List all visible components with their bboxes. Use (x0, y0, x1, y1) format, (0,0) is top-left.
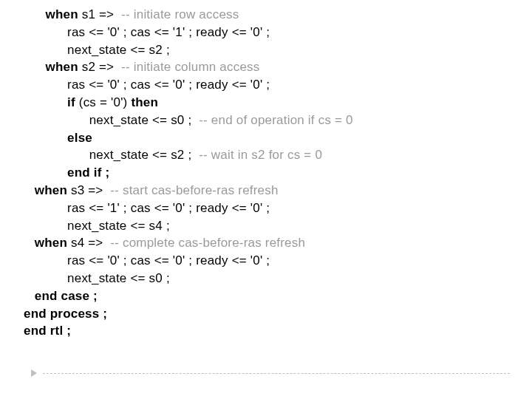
code-line: when s2 => -- initiate column access (24, 58, 532, 76)
code-text: next_state <= s4 ; (67, 219, 170, 233)
code-keyword: then (131, 95, 158, 109)
code-text: s1 => (82, 7, 117, 21)
code-line: end if ; (24, 164, 532, 182)
code-keyword: when (35, 236, 71, 250)
code-keyword: if (67, 95, 79, 109)
code-line: end rtl ; (24, 322, 532, 340)
code-comment: -- wait in s2 for cs = 0 (199, 148, 322, 162)
code-text: ras <= '0' ; cas <= '1' ; ready <= '0' ; (67, 25, 270, 39)
code-text: next_state <= s2 ; (67, 43, 170, 57)
code-line: ras <= '0' ; cas <= '0' ; ready <= '0' ; (24, 76, 532, 94)
code-text: ras <= '1' ; cas <= '0' ; ready <= '0' ; (67, 201, 270, 215)
code-keyword: when (35, 183, 71, 197)
code-comment: -- complete cas-before-ras refresh (106, 236, 305, 250)
code-line: when s3 => -- start cas-before-ras refre… (24, 182, 532, 200)
code-keyword: end process ; (24, 307, 107, 321)
code-line: next_state <= s2 ; (24, 41, 532, 59)
code-text: next_state <= s0 ; (67, 271, 170, 285)
code-comment: -- start cas-before-ras refresh (106, 183, 278, 197)
code-line: when s1 => -- initiate row access (24, 6, 532, 24)
code-line: ras <= '0' ; cas <= '0' ; ready <= '0' ; (24, 252, 532, 270)
code-keyword: when (46, 60, 82, 74)
code-text: next_state <= s2 ; (89, 148, 200, 162)
code-text: s4 => (71, 236, 106, 250)
code-line: when s4 => -- complete cas-before-ras re… (24, 234, 532, 252)
code-comment: -- initiate column access (121, 60, 259, 74)
code-comment: -- initiate row access (117, 7, 239, 21)
footer-divider (31, 369, 510, 377)
code-text: (cs = '0') (79, 95, 132, 109)
code-line: next_state <= s4 ; (24, 217, 532, 235)
code-keyword: end if ; (67, 166, 109, 180)
code-text: ras <= '0' ; cas <= '0' ; ready <= '0' ; (67, 78, 270, 92)
code-keyword: else (67, 131, 92, 145)
code-keyword: end case ; (35, 289, 98, 303)
code-keyword: when (46, 7, 82, 21)
code-keyword: end rtl ; (24, 324, 71, 338)
code-comment: -- end of operation if cs = 0 (199, 113, 353, 127)
code-line: end case ; (24, 287, 532, 305)
code-line: next_state <= s0 ; -- end of operation i… (24, 112, 532, 129)
vhdl-code-block: when s1 => -- initiate row access ras <=… (0, 0, 532, 340)
code-text: s3 => (71, 183, 106, 197)
code-line: if (cs = '0') then (24, 94, 532, 112)
code-line: else (24, 129, 532, 147)
code-text: s2 => (82, 60, 121, 74)
code-line: next_state <= s0 ; (24, 270, 532, 287)
code-text: ras <= '0' ; cas <= '0' ; ready <= '0' ; (67, 253, 270, 267)
dashed-line (43, 373, 510, 374)
code-line: ras <= '1' ; cas <= '0' ; ready <= '0' ; (24, 200, 532, 217)
code-line: ras <= '0' ; cas <= '1' ; ready <= '0' ; (24, 24, 532, 41)
code-line: end process ; (24, 305, 532, 323)
code-text: next_state <= s0 ; (89, 113, 200, 127)
code-line: next_state <= s2 ; -- wait in s2 for cs … (24, 146, 532, 164)
play-marker-icon (31, 369, 37, 377)
